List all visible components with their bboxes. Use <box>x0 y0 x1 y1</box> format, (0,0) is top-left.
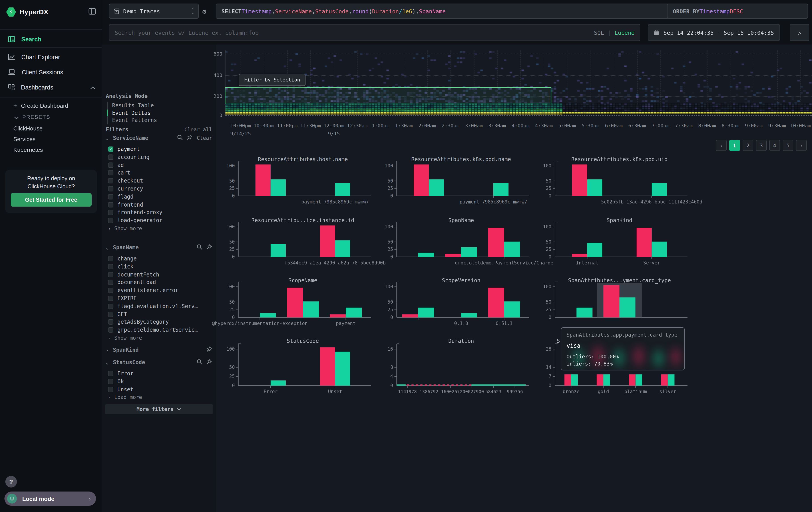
strip-segment[interactable] <box>447 384 449 385</box>
page-3-button[interactable]: 3 <box>756 140 766 151</box>
get-started-button[interactable]: Get Started for Free <box>11 193 92 207</box>
search-icon[interactable] <box>197 359 202 366</box>
checkbox[interactable] <box>108 296 113 301</box>
filter-item-expire[interactable]: EXPIRE <box>108 295 210 302</box>
bar-outlier[interactable] <box>445 254 461 257</box>
bar-outlier[interactable] <box>488 228 504 257</box>
bar-inlier[interactable] <box>587 243 602 257</box>
bar-inlier[interactable] <box>335 240 350 257</box>
strip-segment[interactable] <box>465 384 467 385</box>
search-icon[interactable] <box>177 134 183 141</box>
filter-item-flagd-evaluation-v1-serv-[interactable]: flagd.evaluation.v1.Serv… <box>108 303 210 310</box>
checkbox[interactable] <box>108 288 113 293</box>
filter-item-currency[interactable]: currency <box>108 185 210 192</box>
checkbox[interactable] <box>108 178 113 183</box>
help-button[interactable]: ? <box>5 476 17 487</box>
filter-item-get[interactable]: GET <box>108 311 210 318</box>
presets-toggle[interactable]: PRESETS <box>0 111 117 123</box>
filter-item-accounting[interactable]: accounting <box>108 154 210 161</box>
strip-segment[interactable] <box>456 384 458 385</box>
sql-toggle[interactable]: SQL <box>594 29 604 36</box>
sidebar-item-search[interactable]: Search <box>0 32 102 46</box>
bar-outlier[interactable] <box>320 225 335 257</box>
search-icon[interactable] <box>197 244 202 251</box>
show-more-button[interactable]: ›Show more <box>108 225 142 232</box>
bar-outlier[interactable] <box>564 374 571 385</box>
bar-inlier[interactable] <box>587 180 602 196</box>
bar-outlier[interactable] <box>402 314 418 318</box>
bar-outlier[interactable] <box>637 228 652 257</box>
checkbox[interactable] <box>108 272 113 277</box>
bar-inlier[interactable] <box>346 308 362 318</box>
filter-item-load-generator[interactable]: load-generator <box>108 217 210 224</box>
date-range-picker[interactable]: Sep 14 22:04:35 - Sep 15 10:04:35 <box>648 24 780 41</box>
run-query-button[interactable]: ▷ <box>790 24 809 41</box>
filter-item-frontend[interactable]: frontend <box>108 201 210 208</box>
filter-group-header-servicename[interactable]: ⌄ServiceNameClear <box>106 134 212 141</box>
more-filters-button[interactable]: More filters <box>105 404 213 414</box>
checkbox[interactable] <box>108 155 113 160</box>
filter-item-change[interactable]: change <box>108 255 210 262</box>
filter-item-error[interactable]: Error <box>108 370 210 377</box>
bar-inlier[interactable] <box>429 180 444 196</box>
bar-outlier[interactable] <box>604 285 619 318</box>
checkbox[interactable] <box>108 218 113 223</box>
bar-outlier[interactable] <box>572 254 587 257</box>
gear-icon[interactable]: ⚙ <box>202 7 206 16</box>
chart-resourceattributes-k8s-pod-uid[interactable]: ResourceAttributes.k8s.pod.uid100502505e… <box>524 155 715 212</box>
filter-item-payment[interactable]: ✓payment <box>108 145 210 153</box>
clear-group-button[interactable]: Clear <box>197 135 212 141</box>
checkbox[interactable] <box>108 170 113 176</box>
analysis-mode-event-patterns[interactable]: Event Patterns <box>112 117 157 124</box>
sidebar-item-client-sessions[interactable]: Client Sessions <box>0 65 102 79</box>
strip-segment[interactable] <box>411 384 413 385</box>
bar-inlier[interactable] <box>270 244 286 257</box>
strip-segment[interactable] <box>416 384 418 385</box>
checkbox[interactable]: ✓ <box>108 146 113 152</box>
clear-all-button[interactable]: Clear all <box>184 127 212 133</box>
bar-inlier[interactable] <box>418 253 434 257</box>
bar-inlier[interactable] <box>504 301 520 318</box>
chart-spankind[interactable]: SpanKind10050250InternalServer <box>524 216 715 273</box>
chart-spanattributes-yment-card-type[interactable]: SpanAttributes...yment.card_type10050250 <box>524 276 715 334</box>
page-4-button[interactable]: 4 <box>769 140 780 151</box>
checkbox[interactable] <box>108 264 113 269</box>
page-prev-button[interactable]: ‹ <box>716 140 727 151</box>
page-2-button[interactable]: 2 <box>743 140 753 151</box>
filter-item-ad[interactable]: ad <box>108 161 210 168</box>
strip-segment[interactable] <box>434 384 436 385</box>
strip-segment[interactable] <box>407 384 409 385</box>
filter-item-getadsbycategory[interactable]: getAdsByCategory <box>108 319 210 326</box>
checkbox[interactable] <box>108 304 113 309</box>
checkbox[interactable] <box>108 327 113 332</box>
strip-segment[interactable] <box>420 384 423 385</box>
checkbox[interactable] <box>108 210 113 215</box>
bar-inlier[interactable] <box>335 352 350 385</box>
show-more-button[interactable]: ›Load more <box>108 394 142 401</box>
checkbox[interactable] <box>108 162 113 168</box>
sidebar-item-dashboards[interactable]: Dashboards <box>0 80 102 95</box>
filter-item-eventlistener-error[interactable]: eventListener.error <box>108 287 210 294</box>
sql-query-input[interactable]: SELECT Timestamp, ServiceName, StatusCod… <box>216 4 688 19</box>
sidebar-item-services[interactable]: Services <box>0 133 116 145</box>
bar-outlier[interactable] <box>320 347 335 385</box>
bar-outlier[interactable] <box>256 164 270 196</box>
page-5-button[interactable]: 5 <box>783 140 793 151</box>
local-mode-pill[interactable]: U Local mode › <box>4 491 96 506</box>
chevron-up-icon[interactable] <box>90 84 95 90</box>
bar-outlier[interactable] <box>629 374 636 385</box>
bar-inlier[interactable] <box>619 297 635 318</box>
bar-inlier[interactable] <box>461 313 477 318</box>
filter-group-header-spankind[interactable]: ›SpanKind <box>106 346 212 353</box>
bar-outlier[interactable] <box>597 374 604 385</box>
checkbox[interactable] <box>108 371 113 376</box>
analysis-mode-event-deltas[interactable]: Event Deltas <box>112 110 150 117</box>
strip-segment[interactable] <box>425 384 427 385</box>
filter-item-checkout[interactable]: checkout <box>108 177 210 184</box>
event-deltas-heatmap[interactable] <box>225 50 812 115</box>
bar-inlier[interactable] <box>577 308 592 318</box>
bar-inlier[interactable] <box>636 374 642 385</box>
analysis-mode-results-table[interactable]: Results Table <box>112 102 154 110</box>
sidebar-item-chart-explorer[interactable]: Chart Explorer <box>0 50 102 64</box>
strip-segment[interactable] <box>471 384 526 385</box>
